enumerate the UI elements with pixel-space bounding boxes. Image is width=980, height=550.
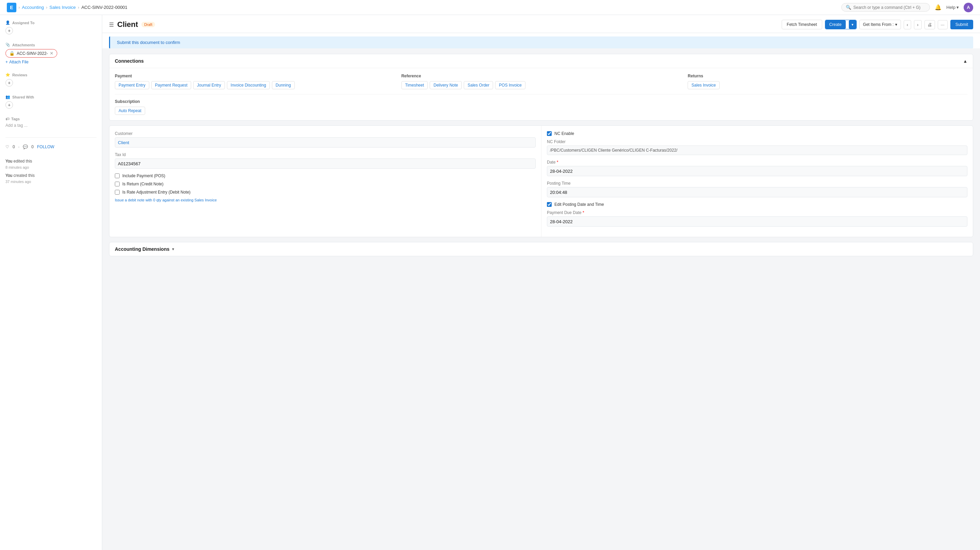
- get-items-button[interactable]: Get Items From : ▾: [859, 20, 901, 29]
- sidebar: 👤 Assigned To + 📎 Attachments 🔒 ACC-SINV…: [0, 15, 102, 550]
- connections-card: Connections ▲ Payment Payment Entry Paym…: [109, 54, 973, 121]
- next-button[interactable]: ›: [914, 20, 921, 29]
- draft-badge: Draft: [142, 22, 155, 27]
- fetch-timesheet-button[interactable]: Fetch Timesheet: [782, 20, 822, 29]
- attachment-chip[interactable]: 🔒 ACC-SINV-2022- ✕: [5, 49, 57, 57]
- pos-invoice-tag[interactable]: POS Invoice: [495, 81, 525, 89]
- tax-id-value: A01234567: [115, 159, 536, 168]
- content-area: Connections ▲ Payment Payment Entry Paym…: [102, 48, 980, 262]
- activity-item-1: You edited this 8 minutes ago: [5, 158, 96, 170]
- payment-tags: Payment Entry Payment Request Journal En…: [115, 81, 395, 89]
- sales-order-tag[interactable]: Sales Order: [464, 81, 493, 89]
- hint-text: Issue a debit note with 0 qty against an…: [115, 198, 536, 202]
- invoice-discounting-tag[interactable]: Invoice Discounting: [227, 81, 270, 89]
- create-dropdown-button[interactable]: ▾: [849, 20, 856, 29]
- reviews-label: ⭐ Reviews: [5, 73, 96, 77]
- breadcrumb-current: ACC-SINV-2022-00001: [81, 5, 127, 10]
- avatar[interactable]: A: [964, 3, 973, 12]
- shared-with-label: 👥 Shared With: [5, 95, 96, 99]
- edit-posting-row: Edit Posting Date and Time: [547, 202, 967, 207]
- search-icon: 🔍: [846, 5, 851, 10]
- topbar: E › Accounting › Sales Invoice › ACC-SIN…: [0, 0, 980, 15]
- subscription-section: Subscription Auto Repeat: [115, 94, 967, 115]
- sidebar-shared-with-section: 👥 Shared With +: [5, 95, 96, 109]
- page-header-left: ☰ Client Draft: [109, 20, 155, 29]
- posting-time-group: Posting Time 20:04:48: [547, 181, 967, 197]
- subscription-title: Subscription: [115, 99, 967, 104]
- activity-log: You edited this 8 minutes ago You create…: [5, 158, 96, 187]
- reference-group: Reference Timesheet Delivery Note Sales …: [401, 74, 681, 89]
- page-header-right: Fetch Timesheet Create ▾ Get Items From …: [782, 20, 973, 29]
- edit-posting-checkbox[interactable]: [547, 202, 552, 207]
- accounting-dimensions-header[interactable]: Accounting Dimensions ▾: [110, 242, 973, 256]
- posting-time-label: Posting Time: [547, 181, 967, 186]
- search-bar[interactable]: 🔍: [841, 3, 930, 11]
- attachments-label: 📎 Attachments: [5, 43, 96, 47]
- edit-posting-label: Edit Posting Date and Time: [554, 202, 604, 207]
- breadcrumb-sales-invoice[interactable]: Sales Invoice: [49, 5, 76, 10]
- create-main-button[interactable]: Create: [825, 20, 846, 29]
- nc-enable-row: NC Enable: [547, 131, 967, 136]
- page-header-wrapper: ☰ Client Draft Fetch Timesheet Create ▾ …: [102, 15, 980, 48]
- timesheet-tag[interactable]: Timesheet: [401, 81, 428, 89]
- sidebar-assigned-to-section: 👤 Assigned To +: [5, 21, 96, 34]
- nc-folder-label: NC Folder: [547, 139, 967, 144]
- nc-enable-checkbox[interactable]: [547, 131, 552, 136]
- follow-button[interactable]: FOLLOW: [37, 145, 54, 149]
- payment-group: Payment Payment Entry Payment Request Jo…: [115, 74, 395, 89]
- include-payment-checkbox[interactable]: [115, 173, 119, 178]
- is-rate-adj-label: Is Rate Adjustment Entry (Debit Note): [123, 190, 191, 195]
- attachment-file-icon: 🔒: [9, 51, 15, 56]
- attachment-close-icon[interactable]: ✕: [50, 51, 54, 56]
- get-items-chevron-icon: ▾: [895, 22, 897, 27]
- payment-due-date-group: Payment Due Date 28-04-2022: [547, 210, 967, 227]
- reviews-add-button[interactable]: +: [5, 79, 13, 87]
- payment-entry-tag[interactable]: Payment Entry: [115, 81, 149, 89]
- attach-file-button[interactable]: + Attach File: [5, 60, 96, 64]
- breadcrumb-accounting[interactable]: Accounting: [22, 5, 44, 10]
- submit-button[interactable]: Submit: [950, 20, 973, 29]
- add-tag-button[interactable]: Add a tag ...: [5, 123, 96, 128]
- payment-group-title: Payment: [115, 74, 395, 78]
- bell-icon[interactable]: 🔔: [935, 4, 942, 11]
- more-options-button[interactable]: ···: [938, 20, 948, 29]
- accounting-dimensions-card: Accounting Dimensions ▾: [109, 242, 973, 256]
- assigned-to-add-button[interactable]: +: [5, 27, 13, 34]
- shared-with-add-button[interactable]: +: [5, 101, 13, 109]
- payment-due-date-label: Payment Due Date: [547, 210, 967, 215]
- journal-entry-tag[interactable]: Journal Entry: [193, 81, 225, 89]
- page-header: ☰ Client Draft Fetch Timesheet Create ▾ …: [102, 15, 980, 33]
- is-return-row: Is Return (Credit Note): [115, 182, 536, 186]
- reference-tags: Timesheet Delivery Note Sales Order POS …: [401, 81, 681, 89]
- search-input[interactable]: [853, 5, 926, 10]
- sales-invoice-tag[interactable]: Sales Invoice: [687, 81, 719, 89]
- breadcrumb-sep-3: ›: [78, 5, 79, 10]
- subscription-tags: Auto Repeat: [115, 107, 967, 115]
- nc-folder-group: NC Folder /PBC/Customers/CLIGEN Cliente …: [547, 139, 967, 155]
- connections-chevron-icon: ▲: [963, 59, 967, 64]
- connections-card-header[interactable]: Connections ▲: [110, 54, 973, 68]
- sidebar-attachments-section: 📎 Attachments 🔒 ACC-SINV-2022- ✕ + Attac…: [5, 43, 96, 64]
- date-label: Date: [547, 160, 967, 165]
- include-payment-label: Include Payment (POS): [123, 173, 165, 178]
- print-button[interactable]: 🖨: [924, 20, 935, 29]
- app-logo[interactable]: E: [7, 3, 16, 12]
- tax-id-group: Tax Id A01234567: [115, 152, 536, 168]
- returns-group-title: Returns: [687, 74, 967, 78]
- help-button[interactable]: Help ▾: [946, 5, 959, 10]
- payment-request-tag[interactable]: Payment Request: [151, 81, 191, 89]
- hamburger-icon[interactable]: ☰: [109, 21, 114, 28]
- auto-repeat-tag[interactable]: Auto Repeat: [115, 107, 145, 115]
- is-return-checkbox[interactable]: [115, 182, 119, 186]
- connections-title: Connections: [115, 58, 144, 64]
- date-value: 28-04-2022: [547, 166, 967, 176]
- info-banner: Submit this document to confirm: [109, 37, 973, 48]
- form-right-col: NC Enable NC Folder /PBC/Customers/CLIGE…: [541, 126, 973, 237]
- is-rate-adj-checkbox[interactable]: [115, 190, 119, 195]
- customer-value: Client: [115, 137, 536, 148]
- topbar-right: 🔍 🔔 Help ▾ A: [841, 3, 973, 12]
- tags-label: 🏷 Tags: [5, 117, 96, 121]
- delivery-note-tag[interactable]: Delivery Note: [430, 81, 462, 89]
- dunning-tag[interactable]: Dunning: [272, 81, 295, 89]
- prev-button[interactable]: ‹: [904, 20, 911, 29]
